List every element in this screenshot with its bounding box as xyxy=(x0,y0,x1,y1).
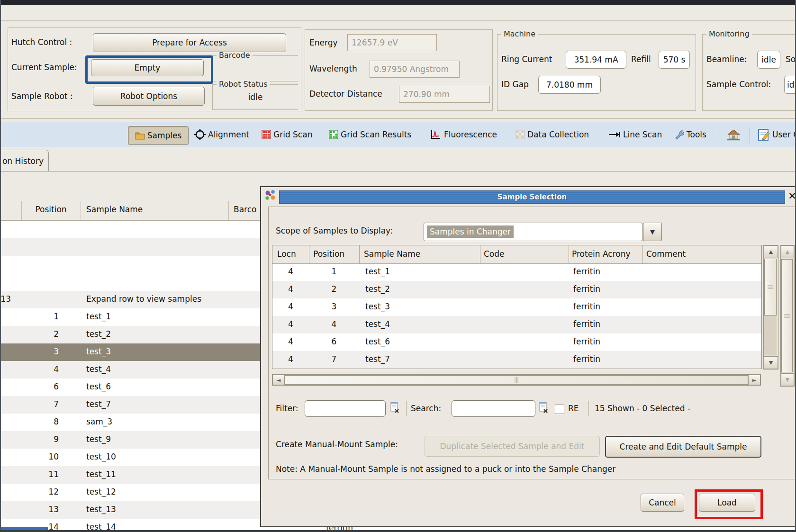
red-grid-icon xyxy=(262,130,271,139)
load-button[interactable]: Load xyxy=(699,494,755,512)
spectrum-icon xyxy=(430,129,442,140)
column-header-protein-acronym[interactable]: Protein Acrony xyxy=(572,249,631,259)
data-collection-icon xyxy=(516,130,525,139)
cancel-button[interactable]: Cancel xyxy=(641,494,684,512)
dialog-titlebar[interactable]: Sample Selection xyxy=(279,190,785,204)
dialog-sample-table: Locn Position Sample Name Code Protein A… xyxy=(272,245,762,369)
id-gap-value: 7.0180 mm xyxy=(538,76,601,94)
dialog-table-row[interactable]: 42test_2ferritin xyxy=(272,281,761,298)
user-guide-button[interactable]: User G xyxy=(758,125,796,144)
home-icon xyxy=(727,129,740,141)
column-header-sample-name[interactable]: Sample Name xyxy=(86,205,143,214)
energy-field[interactable]: 12657.9 eV xyxy=(347,34,437,51)
search-label: Search: xyxy=(411,404,441,413)
robot-options-button[interactable]: Robot Options xyxy=(93,87,205,106)
scroll-up-icon[interactable]: ▲ xyxy=(764,245,778,258)
tab-line-scan[interactable]: Line Scan xyxy=(608,125,662,144)
dialog-table-header: Locn Position Sample Name Code Protein A… xyxy=(272,245,761,264)
create-manual-mount-label: Create Manual-Mount Sample: xyxy=(276,440,398,449)
tab-baseline xyxy=(0,171,796,171)
tab-grid-scan-label: Grid Scan xyxy=(273,130,312,139)
column-header-code[interactable]: Code xyxy=(484,249,505,259)
clear-search-icon[interactable] xyxy=(538,401,549,414)
dialog-table-row[interactable]: 47test_7ferritin xyxy=(272,351,761,369)
tab-alignment-label: Alignment xyxy=(208,130,249,139)
table-vertical-scrollbar[interactable]: ▲ ▼ xyxy=(763,245,778,370)
tab-alignment[interactable]: Alignment xyxy=(194,125,249,144)
scrollbar-thumb[interactable] xyxy=(781,259,793,372)
scroll-left-icon[interactable]: ◄ xyxy=(272,375,285,385)
green-grid-icon xyxy=(329,130,338,139)
column-header-sample-name[interactable]: Sample Name xyxy=(364,249,420,259)
tab-samples[interactable]: Samples xyxy=(128,126,189,145)
dialog-table-row[interactable]: 44test_4ferritin xyxy=(272,316,761,334)
machine-group-label: Machine xyxy=(501,29,538,38)
window-bottom-edge xyxy=(0,530,796,532)
column-header-comment[interactable]: Comment xyxy=(646,249,686,259)
tab-collection-history[interactable]: on History xyxy=(0,150,49,171)
dialog-table-row[interactable]: 43test_3ferritin xyxy=(272,298,761,316)
monitoring-group: Monitoring xyxy=(702,34,796,111)
prepare-for-access-button[interactable]: Prepare for Access xyxy=(93,33,286,52)
column-header-position[interactable]: Position xyxy=(313,249,344,259)
column-header-barcode[interactable]: Barco xyxy=(234,205,256,214)
scroll-down-icon[interactable]: ▼ xyxy=(764,356,778,369)
tab-grid-scan-results[interactable]: Grid Scan Results xyxy=(329,125,411,144)
dialog-table-row[interactable]: 41test_1ferritin xyxy=(272,263,761,281)
toolbar-separator xyxy=(718,127,718,143)
robot-status-group-label: Robot Status xyxy=(217,80,270,89)
divider xyxy=(0,20,796,21)
scrollbar-thumb[interactable] xyxy=(764,259,777,316)
scroll-up-icon[interactable]: ▲ xyxy=(781,245,794,258)
duplicate-sample-button[interactable]: Duplicate Selected Sample and Edit xyxy=(425,436,600,457)
table-horizontal-scrollbar[interactable]: ◄ ► xyxy=(272,374,761,386)
detector-distance-field[interactable]: 270.90 mm xyxy=(399,86,490,103)
beamline-status-value: idle xyxy=(757,51,780,69)
search-input[interactable] xyxy=(452,400,535,417)
dialog-app-icon xyxy=(263,189,278,203)
tab-fluorescence[interactable]: Fluorescence xyxy=(430,125,497,144)
crosshair-icon xyxy=(194,129,206,140)
filter-input[interactable] xyxy=(305,400,386,417)
dialog-vertical-scrollbar[interactable]: ▲ ▼ xyxy=(780,245,795,387)
robot-status-group: Robot Status idle xyxy=(212,84,298,110)
tab-grid-scan[interactable]: Grid Scan xyxy=(262,125,312,144)
toolbar-separator xyxy=(750,127,750,143)
divider xyxy=(0,118,796,119)
scope-combobox[interactable]: Samples in Changer xyxy=(424,223,642,241)
scope-dropdown-button[interactable]: ▼ xyxy=(643,223,662,241)
clear-filter-icon[interactable] xyxy=(389,401,400,414)
tab-data-collection[interactable]: Data Collection xyxy=(516,125,589,144)
tab-samples-label: Samples xyxy=(147,131,182,140)
dialog-title: Sample Selection xyxy=(498,193,567,201)
home-button[interactable] xyxy=(727,125,740,144)
sample-control-value: id xyxy=(784,76,796,94)
robot-status-value: idle xyxy=(213,92,298,102)
user-note-icon xyxy=(758,128,770,141)
tab-collection-history-label: on History xyxy=(2,156,44,166)
refill-value: 570 s xyxy=(659,51,690,69)
barcode-group: Barcode xyxy=(212,55,298,81)
monitoring-group-label: Monitoring xyxy=(706,29,752,38)
tab-grid-scan-results-label: Grid Scan Results xyxy=(341,130,411,139)
scroll-right-icon[interactable]: ► xyxy=(748,375,760,385)
chevron-down-icon: ▼ xyxy=(650,228,655,235)
machine-group: Machine xyxy=(497,34,696,111)
column-header-position[interactable]: Position xyxy=(21,205,81,214)
tab-fluorescence-label: Fluorescence xyxy=(444,130,497,139)
wavelength-field[interactable]: 0.97950 Angstrom xyxy=(370,61,460,78)
tab-tools[interactable]: Tools xyxy=(674,125,706,144)
regex-checkbox[interactable] xyxy=(555,405,564,414)
tab-data-collection-label: Data Collection xyxy=(527,130,589,139)
manual-mount-note: Note: A Manual-Mount Sample is not assig… xyxy=(276,464,615,474)
line-scan-icon xyxy=(608,131,621,138)
column-header-locn[interactable]: Locn xyxy=(277,249,296,259)
wrench-icon xyxy=(674,129,684,140)
scrollbar-thumb[interactable] xyxy=(285,375,748,385)
tab-line-scan-label: Line Scan xyxy=(623,130,662,139)
scope-label: Scope of Samples to Display: xyxy=(276,226,393,235)
create-default-sample-button[interactable]: Create and Edit Default Sample xyxy=(605,436,761,458)
dialog-table-row[interactable]: 46test_6ferritin xyxy=(272,334,761,351)
scroll-down-icon[interactable]: ▼ xyxy=(781,373,794,386)
user-guide-label: User G xyxy=(772,130,796,139)
